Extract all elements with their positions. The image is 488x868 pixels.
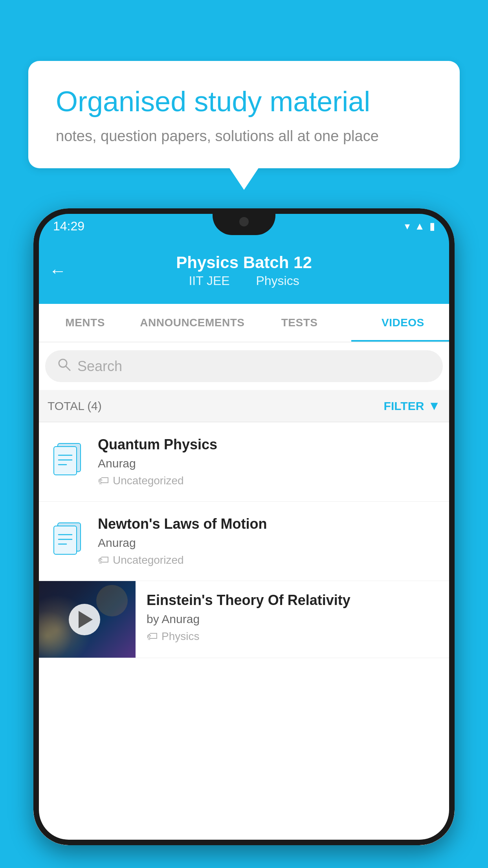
video-info-1: Quantum Physics Anurag 🏷 Uncategorized: [98, 436, 440, 487]
video-thumbnail-3: [33, 581, 136, 658]
search-placeholder: Search: [77, 358, 122, 375]
tab-ments[interactable]: MENTS: [33, 304, 137, 342]
subtitle-iitjee: IIT JEE: [189, 274, 229, 288]
phone-device: 14:29 ▾ ▲ ▮ ← Physics Batc: [33, 208, 455, 845]
header-title-group: Physics Batch 12 IIT JEE Physics: [49, 253, 439, 288]
video-tag-1: 🏷 Uncategorized: [98, 474, 440, 487]
filter-icon: ▼: [428, 399, 440, 413]
hero-subtitle: notes, question papers, solutions all at…: [56, 128, 432, 145]
signal-icon: ▲: [415, 220, 425, 232]
video-list: Quantum Physics Anurag 🏷 Uncategorized: [33, 422, 455, 845]
filter-row: TOTAL (4) FILTER ▼: [33, 390, 455, 422]
tab-tests[interactable]: TESTS: [248, 304, 351, 342]
hero-title: Organised study material: [56, 85, 432, 118]
search-bar[interactable]: Search: [45, 350, 443, 382]
play-icon: [79, 611, 93, 628]
filter-label: FILTER: [384, 399, 424, 413]
video-info-3: Einstein's Theory Of Relativity by Anura…: [136, 581, 455, 654]
search-icon: [57, 357, 71, 375]
app-header-top: ← Physics Batch 12 IIT JEE Physics: [49, 253, 439, 288]
header-title: Physics Batch 12: [49, 253, 439, 272]
video-folder-icon-1: [48, 436, 87, 480]
phone-screen: 14:29 ▾ ▲ ▮ ← Physics Batc: [33, 208, 455, 845]
back-button[interactable]: ←: [49, 261, 66, 281]
video-title-3: Einstein's Theory Of Relativity: [147, 592, 444, 609]
header-subtitle: IIT JEE Physics: [49, 274, 439, 288]
video-info-2: Newton's Laws of Motion Anurag 🏷 Uncateg…: [98, 516, 440, 566]
list-item[interactable]: Newton's Laws of Motion Anurag 🏷 Uncateg…: [33, 502, 455, 581]
play-button-3[interactable]: [69, 604, 100, 635]
status-bar: 14:29 ▾ ▲ ▮: [33, 208, 455, 244]
phone-wrapper: 14:29 ▾ ▲ ▮ ← Physics Batc: [33, 208, 455, 868]
speech-bubble: Organised study material notes, question…: [28, 61, 460, 168]
filter-button[interactable]: FILTER ▼: [384, 399, 440, 413]
app-header: ← Physics Batch 12 IIT JEE Physics: [33, 244, 455, 304]
subtitle-physics: Physics: [256, 274, 299, 288]
svg-rect-3: [54, 447, 77, 475]
speech-bubble-container: Organised study material notes, question…: [28, 61, 460, 168]
camera-dot: [239, 217, 249, 226]
tag-icon-2: 🏷: [98, 554, 109, 566]
video-author-1: Anurag: [98, 457, 440, 470]
status-icons: ▾ ▲ ▮: [405, 220, 435, 232]
video-author-2: Anurag: [98, 536, 440, 550]
video-title-2: Newton's Laws of Motion: [98, 516, 440, 532]
video-author-3: by Anurag: [147, 612, 444, 626]
tag-icon-3: 🏷: [147, 630, 158, 643]
video-tag-2: 🏷 Uncategorized: [98, 554, 440, 566]
battery-icon: ▮: [429, 220, 435, 232]
svg-line-1: [66, 366, 70, 370]
subtitle-separator: [241, 274, 248, 288]
list-item[interactable]: Einstein's Theory Of Relativity by Anura…: [33, 581, 455, 658]
video-tag-3: 🏷 Physics: [147, 630, 444, 643]
wifi-icon: ▾: [405, 220, 410, 232]
tag-icon-1: 🏷: [98, 474, 109, 487]
phone-notch: [213, 208, 275, 235]
tabs-bar: MENTS ANNOUNCEMENTS TESTS VIDEOS: [33, 304, 455, 342]
video-title-1: Quantum Physics: [98, 436, 440, 453]
status-time: 14:29: [53, 219, 84, 234]
tab-videos[interactable]: VIDEOS: [351, 304, 455, 342]
total-count-label: TOTAL (4): [48, 399, 102, 413]
search-bar-container: Search: [33, 342, 455, 390]
list-item[interactable]: Quantum Physics Anurag 🏷 Uncategorized: [33, 422, 455, 502]
tab-announcements[interactable]: ANNOUNCEMENTS: [137, 304, 248, 342]
video-folder-icon-2: [48, 516, 87, 559]
svg-rect-8: [54, 526, 77, 554]
